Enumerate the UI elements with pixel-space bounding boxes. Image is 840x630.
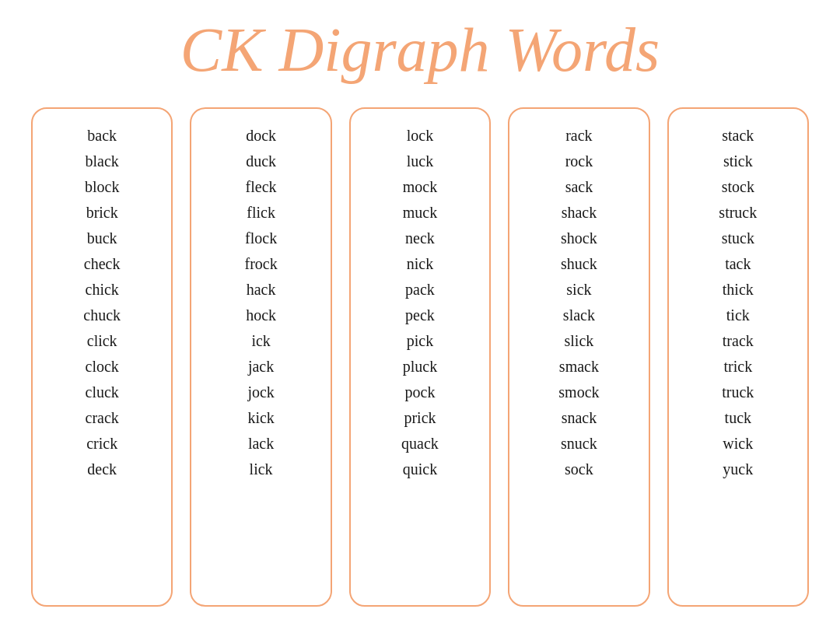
word-item: thick <box>723 277 754 303</box>
word-item: stock <box>722 174 754 200</box>
word-item: shock <box>561 226 597 251</box>
word-item: wick <box>723 431 753 457</box>
word-item: yuck <box>723 457 753 482</box>
word-item: chick <box>86 277 119 303</box>
word-item: muck <box>403 200 437 226</box>
word-item: lack <box>248 431 274 457</box>
word-item: smack <box>559 354 599 380</box>
word-item: buck <box>87 226 117 251</box>
word-column-2: dockduckfleckflickflockfrockhackhockickj… <box>190 107 331 607</box>
word-item: nick <box>407 251 433 277</box>
word-item: lick <box>250 457 273 482</box>
word-item: rock <box>565 149 593 174</box>
word-item: flock <box>245 226 277 251</box>
word-item: trick <box>723 354 752 380</box>
word-item: tack <box>725 251 751 277</box>
word-item: quick <box>403 457 437 482</box>
word-item: neck <box>405 226 435 251</box>
word-column-5: stackstickstockstruckstucktackthicktickt… <box>667 107 809 607</box>
word-item: pock <box>405 380 436 405</box>
word-item: pick <box>407 328 433 354</box>
word-item: brick <box>86 200 118 226</box>
word-item: shack <box>562 200 597 226</box>
word-item: cluck <box>86 380 119 405</box>
word-item: back <box>87 123 117 149</box>
word-item: ick <box>251 328 270 354</box>
word-item: slack <box>563 303 595 328</box>
word-item: jock <box>247 380 274 405</box>
word-item: deck <box>87 457 117 482</box>
word-item: sock <box>565 457 593 482</box>
word-item: flick <box>247 200 275 226</box>
word-item: stack <box>722 123 754 149</box>
word-item: rack <box>565 123 592 149</box>
word-item: peck <box>405 303 435 328</box>
word-item: frock <box>244 251 277 277</box>
word-item: sick <box>566 277 591 303</box>
word-item: mock <box>403 174 437 200</box>
word-item: lock <box>407 123 433 149</box>
word-item: struck <box>719 200 757 226</box>
word-item: black <box>86 149 119 174</box>
word-item: stick <box>723 149 753 174</box>
word-item: snack <box>562 405 597 431</box>
word-item: hack <box>247 277 276 303</box>
word-item: smock <box>558 380 599 405</box>
word-item: tick <box>726 303 750 328</box>
word-item: fleck <box>246 174 277 200</box>
word-item: jack <box>248 354 274 380</box>
word-item: check <box>84 251 121 277</box>
word-item: pack <box>405 277 435 303</box>
word-item: sack <box>565 174 593 200</box>
word-item: slick <box>565 328 594 354</box>
word-item: hock <box>246 303 276 328</box>
word-item: crick <box>86 431 117 457</box>
word-column-1: backblackblockbrickbuckcheckchickchuckcl… <box>31 107 173 607</box>
page-title: CK Digraph Words <box>180 16 660 84</box>
word-item: kick <box>247 405 274 431</box>
word-item: click <box>87 328 117 354</box>
word-item: block <box>85 174 119 200</box>
word-item: pluck <box>403 354 437 380</box>
word-item: snuck <box>561 431 597 457</box>
word-item: track <box>723 328 754 354</box>
word-item: luck <box>407 149 433 174</box>
word-item: tuck <box>725 405 751 431</box>
word-item: shuck <box>561 251 597 277</box>
word-item: stuck <box>722 226 754 251</box>
word-item: dock <box>246 123 276 149</box>
word-item: crack <box>86 405 119 431</box>
word-item: clock <box>86 354 119 380</box>
word-item: quack <box>401 431 439 457</box>
word-item: duck <box>246 149 276 174</box>
columns-container: backblackblockbrickbuckcheckchickchuckcl… <box>31 107 809 607</box>
word-item: prick <box>404 405 436 431</box>
word-item: truck <box>722 380 754 405</box>
word-column-3: lockluckmockmucknecknickpackpeckpickpluc… <box>349 107 491 607</box>
word-item: chuck <box>83 303 121 328</box>
word-column-4: rackrocksackshackshockshucksickslackslic… <box>508 107 649 607</box>
